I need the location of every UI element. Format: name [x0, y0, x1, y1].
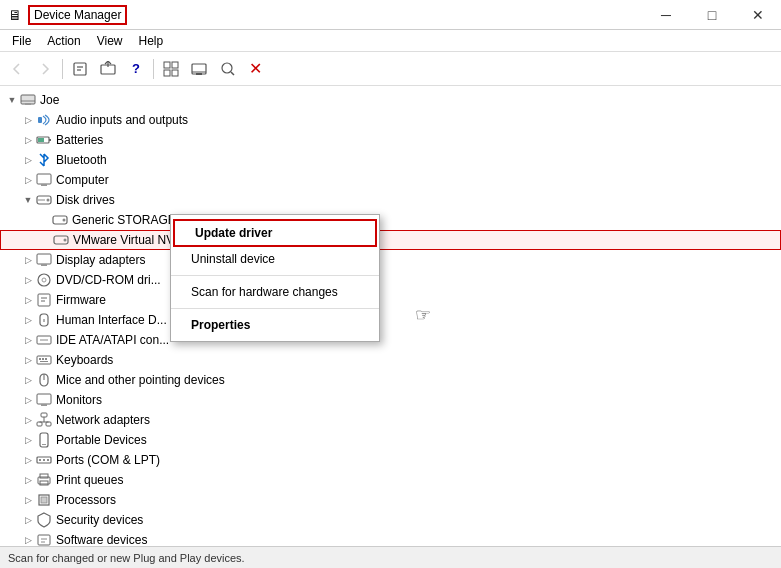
svg-point-33: [42, 278, 46, 282]
expand-network[interactable]: ▷: [20, 412, 36, 428]
tree-item-display[interactable]: ▷ Display adapters: [0, 250, 781, 270]
svg-rect-42: [39, 358, 41, 360]
toolbar-properties[interactable]: [67, 56, 93, 82]
svg-line-13: [231, 72, 234, 75]
window-title: Device Manager: [28, 5, 127, 25]
expand-computer[interactable]: ▷: [20, 172, 36, 188]
maximize-button[interactable]: □: [689, 0, 735, 30]
expand-audio[interactable]: ▷: [20, 112, 36, 128]
tree-item-ports[interactable]: ▷ Ports (COM & LPT): [0, 450, 781, 470]
toolbar-remove[interactable]: ✕: [242, 56, 268, 82]
tree-item-monitors[interactable]: ▷ Monitors: [0, 390, 781, 410]
svg-rect-0: [74, 63, 86, 75]
expand-processors[interactable]: ▷: [20, 492, 36, 508]
minimize-button[interactable]: ─: [643, 0, 689, 30]
svg-point-59: [39, 459, 41, 461]
expand-mice[interactable]: ▷: [20, 372, 36, 388]
close-button[interactable]: ✕: [735, 0, 781, 30]
icon-monitors: [36, 392, 52, 408]
svg-rect-48: [37, 394, 51, 404]
tree-item-vmware[interactable]: ▷ VMware Virtual NVMe Disk: [0, 230, 781, 250]
ctx-scan-hardware[interactable]: Scan for hardware changes: [171, 280, 379, 304]
expand-bluetooth[interactable]: ▷: [20, 152, 36, 168]
tree-item-diskdrives[interactable]: ▼ Disk drives: [0, 190, 781, 210]
label-network: Network adapters: [56, 413, 150, 427]
label-firmware: Firmware: [56, 293, 106, 307]
label-joe: Joe: [40, 93, 59, 107]
tree-item-firmware[interactable]: ▷ Firmware: [0, 290, 781, 310]
toolbar-update-driver[interactable]: [95, 56, 121, 82]
expand-hid[interactable]: ▷: [20, 312, 36, 328]
tree-item-ide[interactable]: ▷ IDE ATA/ATAPI con...: [0, 330, 781, 350]
toolbar-device-manager[interactable]: [186, 56, 212, 82]
icon-processors: [36, 492, 52, 508]
expand-print[interactable]: ▷: [20, 472, 36, 488]
expand-display[interactable]: ▷: [20, 252, 36, 268]
expand-batteries[interactable]: ▷: [20, 132, 36, 148]
expand-dvd[interactable]: ▷: [20, 272, 36, 288]
expand-portable[interactable]: ▷: [20, 432, 36, 448]
label-bluetooth: Bluetooth: [56, 153, 107, 167]
label-diskdrives: Disk drives: [56, 193, 115, 207]
label-mice: Mice and other pointing devices: [56, 373, 225, 387]
device-tree[interactable]: ▼ Joe ▷ Audio inputs and outputs ▷ Batte…: [0, 86, 781, 546]
tree-item-security[interactable]: ▷ Security devices: [0, 510, 781, 530]
menu-action[interactable]: Action: [39, 32, 88, 50]
menu-file[interactable]: File: [4, 32, 39, 50]
menu-view[interactable]: View: [89, 32, 131, 50]
tree-item-keyboards[interactable]: ▷ Keyboards: [0, 350, 781, 370]
svg-rect-5: [164, 62, 170, 68]
toolbar-help[interactable]: ?: [123, 56, 149, 82]
tree-item-joe[interactable]: ▼ Joe: [0, 90, 781, 110]
tree-item-software[interactable]: ▷ Software devices: [0, 530, 781, 546]
svg-rect-6: [172, 62, 178, 68]
toolbar-scan[interactable]: [214, 56, 240, 82]
toolbar-forward[interactable]: [32, 56, 58, 82]
tree-item-hid[interactable]: ▷ Human Interface D...: [0, 310, 781, 330]
expand-joe[interactable]: ▼: [4, 92, 20, 108]
tree-item-network[interactable]: ▷ Network adapters: [0, 410, 781, 430]
icon-batteries: [36, 132, 52, 148]
tree-item-processors[interactable]: ▷ Processors: [0, 490, 781, 510]
label-display: Display adapters: [56, 253, 145, 267]
ctx-update-driver[interactable]: Update driver: [173, 219, 377, 247]
svg-point-61: [47, 459, 49, 461]
svg-rect-22: [41, 184, 47, 186]
tree-item-mice[interactable]: ▷ Mice and other pointing devices: [0, 370, 781, 390]
tree-item-generic-storage[interactable]: ▷ Generic STORAGE DEVICE USB Device: [0, 210, 781, 230]
menu-help[interactable]: Help: [131, 32, 172, 50]
toolbar-sep-2: [153, 59, 154, 79]
label-audio: Audio inputs and outputs: [56, 113, 188, 127]
tree-item-computer[interactable]: ▷ Computer: [0, 170, 781, 190]
svg-rect-30: [37, 254, 51, 264]
svg-point-24: [47, 199, 50, 202]
tree-item-print[interactable]: ▷ Print queues: [0, 470, 781, 490]
expand-ide[interactable]: ▷: [20, 332, 36, 348]
ctx-properties[interactable]: Properties: [171, 313, 379, 337]
tree-item-bluetooth[interactable]: ▷ Bluetooth: [0, 150, 781, 170]
expand-ports[interactable]: ▷: [20, 452, 36, 468]
expand-security[interactable]: ▷: [20, 512, 36, 528]
icon-ports: [36, 452, 52, 468]
tree-item-portable[interactable]: ▷ Portable Devices: [0, 430, 781, 450]
expand-software[interactable]: ▷: [20, 532, 36, 546]
window-controls: ─ □ ✕: [643, 0, 781, 30]
icon-vmware: [53, 232, 69, 248]
tree-item-audio[interactable]: ▷ Audio inputs and outputs: [0, 110, 781, 130]
expand-monitors[interactable]: ▷: [20, 392, 36, 408]
label-software: Software devices: [56, 533, 147, 546]
expand-firmware[interactable]: ▷: [20, 292, 36, 308]
icon-audio: [36, 112, 52, 128]
expand-diskdrives[interactable]: ▼: [20, 192, 36, 208]
toolbar: ? ✕: [0, 52, 781, 86]
expand-keyboards[interactable]: ▷: [20, 352, 36, 368]
svg-rect-34: [38, 294, 50, 306]
toolbar-back[interactable]: [4, 56, 30, 82]
svg-rect-17: [38, 117, 42, 123]
tree-item-batteries[interactable]: ▷ Batteries: [0, 130, 781, 150]
icon-generic-storage: [52, 212, 68, 228]
label-keyboards: Keyboards: [56, 353, 113, 367]
toolbar-expand[interactable]: [158, 56, 184, 82]
ctx-uninstall-device[interactable]: Uninstall device: [171, 247, 379, 271]
tree-item-dvd[interactable]: ▷ DVD/CD-ROM dri...: [0, 270, 781, 290]
